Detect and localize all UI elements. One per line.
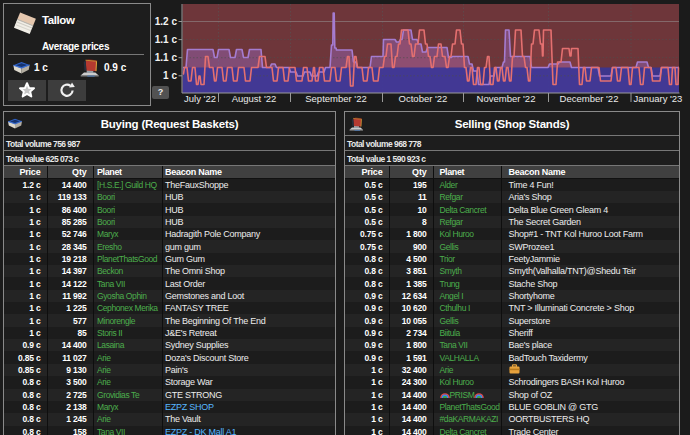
- svg-text:November '22: November '22: [477, 93, 536, 104]
- svg-text:January '23: January '23: [634, 93, 683, 104]
- svg-text:1.1 c: 1.1 c: [155, 52, 178, 63]
- svg-text:December '22: December '22: [560, 93, 619, 104]
- svg-text:1 c: 1 c: [163, 70, 177, 81]
- svg-text:September '22: September '22: [305, 93, 367, 104]
- svg-text:July '22: July '22: [184, 93, 216, 104]
- svg-text:1.2 c: 1.2 c: [155, 16, 178, 27]
- svg-text:August '22: August '22: [232, 93, 277, 104]
- svg-text:1.1 c: 1.1 c: [155, 34, 178, 45]
- svg-text:October '22: October '22: [399, 93, 448, 104]
